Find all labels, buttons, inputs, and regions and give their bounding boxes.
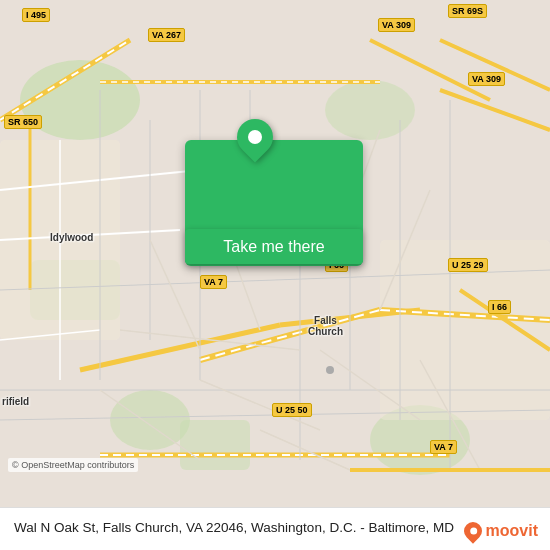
road-label-u25-29: U 25 29: [448, 258, 488, 272]
full-address: Wal N Oak St, Falls Church, VA 22046, Wa…: [14, 520, 454, 535]
map-container: I 495 VA 267 SR 69S VA 309 VA 309 SR 650…: [0, 0, 550, 550]
svg-point-6: [325, 80, 415, 140]
svg-point-3: [110, 390, 190, 450]
address-text: Wal N Oak St, Falls Church, VA 22046, Wa…: [14, 518, 486, 538]
road-label-i66-2: I 66: [488, 300, 511, 314]
moovit-logo-icon: [460, 518, 485, 543]
osm-text: © OpenStreetMap contributors: [12, 460, 134, 470]
location-pin: [237, 119, 273, 155]
info-panel: Wal N Oak St, Falls Church, VA 22046, Wa…: [0, 507, 550, 550]
label-falls-church: FallsChurch: [308, 315, 343, 337]
take-me-there-button[interactable]: Take me there: [185, 229, 363, 264]
osm-attribution: © OpenStreetMap contributors: [8, 458, 138, 472]
road-label-va309-1: VA 309: [378, 18, 415, 32]
road-label-i495: I 495: [22, 8, 50, 22]
svg-rect-5: [180, 420, 250, 470]
label-merrifield: rifield: [2, 396, 29, 407]
road-label-va7-2: VA 7: [430, 440, 457, 454]
road-label-sr69s: SR 69S: [448, 4, 487, 18]
road-label-va309-2: VA 309: [468, 72, 505, 86]
road-label-u50: U 25 50: [272, 403, 312, 417]
moovit-logo-text: moovit: [486, 522, 538, 540]
road-label-va267: VA 267: [148, 28, 185, 42]
svg-point-52: [326, 366, 334, 374]
label-idylwood: Idylwood: [50, 232, 93, 243]
road-label-sr650: SR 650: [4, 115, 42, 129]
moovit-logo: moovit: [464, 522, 538, 540]
road-label-va7: VA 7: [200, 275, 227, 289]
